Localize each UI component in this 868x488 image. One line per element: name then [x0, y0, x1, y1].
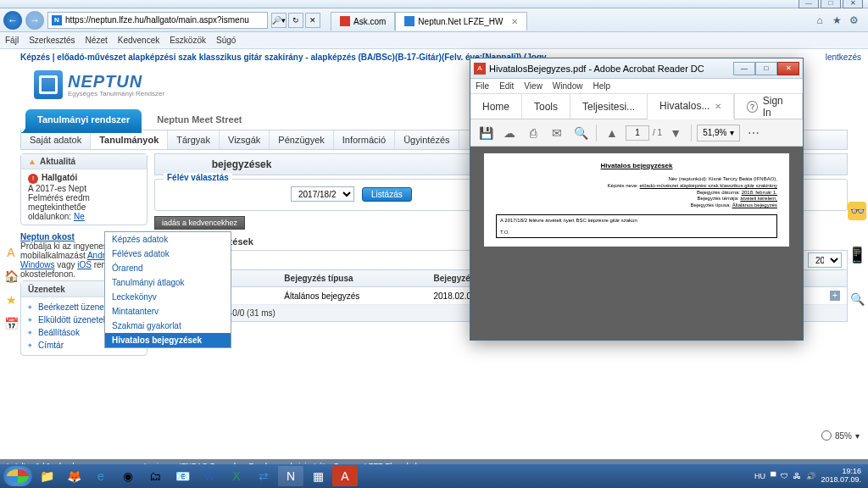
- col-tipus[interactable]: Bejegyzés típusa: [277, 270, 426, 287]
- back-button[interactable]: ←: [3, 11, 22, 30]
- tb-firefox-icon[interactable]: 🦊: [61, 466, 86, 486]
- address-bar[interactable]: N https://neptun.lfze.hu/hallgato/main.a…: [47, 12, 268, 29]
- row-expand-icon[interactable]: +: [830, 291, 840, 301]
- neptun-okos-link[interactable]: Neptun okost: [20, 232, 75, 241]
- ios-link[interactable]: iOS: [77, 260, 92, 269]
- forward-button[interactable]: →: [25, 11, 44, 30]
- semester-select[interactable]: 2017/18/2: [291, 186, 354, 202]
- tb-excel-icon[interactable]: X: [224, 466, 249, 486]
- page-number-input[interactable]: 1: [626, 125, 649, 141]
- print-icon[interactable]: ⎙: [523, 123, 543, 143]
- tb-outlook-icon[interactable]: 📧: [170, 466, 195, 486]
- pdf-minimize-button[interactable]: —: [733, 62, 755, 75]
- dd-hivatalos-bejegyzesek[interactable]: Hivatalos bejegyzések: [105, 333, 231, 347]
- pdf-tab-teljesitesi[interactable]: Teljesitesi...: [570, 94, 648, 119]
- menu-favorites[interactable]: Kedvencek: [118, 36, 159, 45]
- close-button[interactable]: ✕: [843, 0, 863, 8]
- pdf-menu-file[interactable]: File: [476, 81, 489, 91]
- pdf-viewport[interactable]: Hivatalos bejegyzések Név (neptunkód): K…: [470, 147, 803, 340]
- tray-network-icon[interactable]: 🖧: [793, 472, 801, 480]
- pdf-signin-button[interactable]: ?Sign In: [734, 94, 803, 119]
- favorites-icon[interactable]: ★: [831, 14, 843, 26]
- tray-shield-icon[interactable]: 🛡: [781, 472, 788, 480]
- login-link[interactable]: lentkezés: [826, 53, 861, 62]
- dd-leckekonyv[interactable]: Leckekönyv: [105, 290, 231, 304]
- neptun-remote-icon[interactable]: 📱: [848, 246, 866, 264]
- browser-tab-ask[interactable]: Ask.com: [331, 12, 395, 30]
- windows-link[interactable]: Windows: [20, 260, 55, 269]
- tray-volume-icon[interactable]: 🔊: [806, 472, 815, 480]
- start-button[interactable]: [3, 466, 32, 486]
- tray-lang[interactable]: HU: [754, 472, 765, 480]
- dd-tanulmanyi-atlagok[interactable]: Tanulmányi átlagok: [105, 275, 231, 290]
- pdf-titlebar[interactable]: A HivatalosBejegyzes.pdf - Adobe Acrobat…: [470, 58, 803, 79]
- zoom-select[interactable]: 51,9%▾: [697, 125, 740, 141]
- tab-meet-street[interactable]: Neptun Meet Street: [145, 109, 253, 133]
- pdf-menu-edit[interactable]: Edit: [499, 81, 514, 91]
- dd-kepzes-adatok[interactable]: Képzés adatok: [105, 232, 231, 247]
- tb-word-icon[interactable]: W: [197, 466, 222, 486]
- menu-edit[interactable]: Szerkesztés: [29, 36, 75, 45]
- menu-penzugyek[interactable]: Pénzügyek: [270, 130, 333, 149]
- tb-neptun-icon[interactable]: N: [278, 466, 303, 486]
- menu-ugyintezes[interactable]: Ügyintézés: [395, 130, 459, 149]
- menu-file[interactable]: Fájl: [5, 36, 19, 45]
- save-icon[interactable]: 💾: [476, 123, 496, 143]
- gutter-house-icon[interactable]: 🏠: [3, 269, 19, 286]
- pdf-tab-hivatalos[interactable]: Hivatalos...✕: [648, 94, 734, 119]
- tb-teamviewer-icon[interactable]: ⇄: [251, 466, 276, 486]
- magnifier-icon[interactable]: 🔍: [848, 290, 866, 308]
- menu-tools[interactable]: Eszközök: [170, 36, 206, 45]
- browser-tab-neptun[interactable]: Neptun.Net LFZE_HW ✕: [395, 12, 527, 30]
- pdf-tab-tools[interactable]: Tools: [522, 94, 570, 119]
- aktual-link[interactable]: Ne: [74, 212, 85, 221]
- menu-help[interactable]: Súgó: [216, 36, 236, 45]
- home-icon[interactable]: ⌂: [814, 14, 826, 26]
- tb-app-icon[interactable]: ▦: [305, 466, 331, 486]
- menu-tanulmanyok[interactable]: Tanulmányok: [91, 130, 168, 149]
- minimize-button[interactable]: —: [798, 0, 819, 8]
- tb-acrobat-icon[interactable]: A: [332, 466, 358, 486]
- pdf-menu-help[interactable]: Help: [593, 81, 610, 91]
- cloud-icon[interactable]: ☁: [499, 123, 520, 143]
- tray-clock[interactable]: 19:16 2018.07.09.: [821, 468, 861, 485]
- email-icon[interactable]: ✉: [547, 123, 567, 143]
- stop-button[interactable]: ✕: [305, 13, 320, 28]
- page-size-select[interactable]: 20: [808, 252, 842, 268]
- help-icon[interactable]: ?: [747, 101, 757, 113]
- pdf-maximize-button[interactable]: □: [755, 62, 777, 75]
- menu-informacio[interactable]: Információ: [334, 130, 395, 149]
- dd-feleves-adatok[interactable]: Féléves adatok: [105, 247, 231, 261]
- pdf-menu-view[interactable]: View: [524, 81, 542, 91]
- search-icon[interactable]: 🔍: [570, 123, 591, 143]
- gutter-star-icon[interactable]: ★: [3, 293, 19, 310]
- list-button[interactable]: Listázás: [362, 187, 412, 202]
- refresh-button[interactable]: ↻: [288, 13, 303, 28]
- tb-ie-icon[interactable]: e: [88, 466, 114, 486]
- tb-folder-icon[interactable]: 🗂: [142, 466, 168, 486]
- page-down-icon[interactable]: ▼: [665, 123, 686, 143]
- menu-sajat-adatok[interactable]: Saját adatok: [21, 130, 91, 149]
- pdf-tab-close-icon[interactable]: ✕: [715, 102, 721, 111]
- dd-mintatanterv[interactable]: Mintatanterv: [105, 304, 231, 319]
- gutter-a-icon[interactable]: A: [3, 246, 19, 263]
- search-dropdown-button[interactable]: 🔎▾: [271, 13, 287, 28]
- tb-explorer-icon[interactable]: 📁: [34, 466, 59, 486]
- maximize-button[interactable]: □: [821, 0, 841, 8]
- tab-close-icon[interactable]: ✕: [511, 13, 518, 30]
- zoom-indicator[interactable]: 85% ▾: [821, 430, 860, 441]
- tab-tanulmanyi-rendszer[interactable]: Tanulmányi rendszer: [25, 109, 142, 133]
- menu-vizsgak[interactable]: Vizsgák: [220, 130, 270, 149]
- add-favorite-button[interactable]: iadás a kedvencekhez: [154, 216, 245, 230]
- pdf-close-button[interactable]: ✕: [777, 62, 799, 75]
- pdf-tab-home[interactable]: Home: [470, 94, 522, 119]
- menu-targyak[interactable]: Tárgyak: [168, 130, 220, 149]
- menu-view[interactable]: Nézet: [86, 36, 108, 45]
- gutter-calendar-icon[interactable]: 📅: [3, 317, 19, 334]
- tray-flag-icon[interactable]: ▀: [771, 472, 776, 480]
- gear-icon[interactable]: ⚙: [848, 14, 860, 26]
- accessibility-icon[interactable]: 👓: [848, 202, 866, 220]
- page-up-icon[interactable]: ▲: [602, 123, 622, 143]
- dd-orarend[interactable]: Órarend: [105, 261, 231, 275]
- more-icon[interactable]: ⋯: [743, 123, 764, 143]
